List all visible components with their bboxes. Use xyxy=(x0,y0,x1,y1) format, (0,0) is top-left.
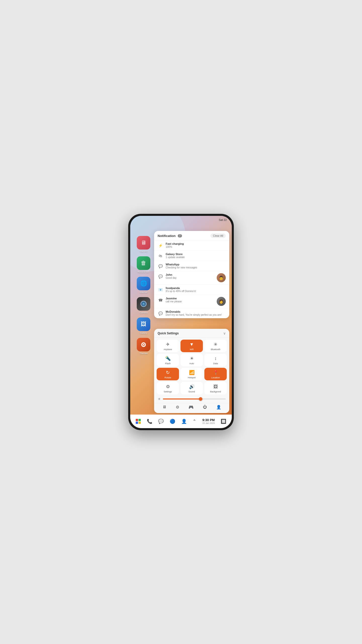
themee-label: Themee xyxy=(139,352,148,355)
qs-screenshot-icon[interactable]: 🖥 xyxy=(162,405,166,410)
time-block: 9:30 PM 15 Jan 2020 xyxy=(202,418,215,425)
notif-foodpanda-content: foodpanda It's up to 49% off Domino's! xyxy=(166,287,226,293)
qs-tile-wifi[interactable]: ▼ Wifi xyxy=(180,340,203,352)
mcdonalds-icon: 💬 xyxy=(158,311,163,316)
quick-settings-panel: Quick Settings ∨ ✈ Airplane ▼ Wifi ✳ Blu… xyxy=(154,329,229,413)
notif-jasmine-content: Jasmine call me please xyxy=(166,297,214,303)
internet-label: Internet xyxy=(140,291,148,294)
notification-item-charging[interactable]: ⚡ Fast charging 100% xyxy=(154,240,229,251)
notification-item-john[interactable]: 💬 John Good day 👨 xyxy=(154,271,229,285)
app-gallery[interactable]: 🖼 Gallery xyxy=(135,317,152,334)
rotate-icon: ↻ xyxy=(166,370,170,375)
notification-title: Notification xyxy=(158,234,176,238)
qs-tile-rotate[interactable]: ↻ Rotate xyxy=(157,368,179,380)
brightness-track[interactable] xyxy=(163,398,226,399)
qs-user-icon[interactable]: 👤 xyxy=(216,405,221,410)
notif-jasmine-msg: call me please xyxy=(166,300,214,303)
hotspot-label: Hotspot xyxy=(188,376,196,379)
screen-nav-icon[interactable]: 🔲 xyxy=(221,419,226,424)
whatsapp-icon: 💬 xyxy=(158,263,163,269)
qs-tile-flash[interactable]: 🔦 Flash xyxy=(157,354,179,366)
notif-charging-content: Fast charging 100% xyxy=(166,242,226,248)
bluetooth-label: Bluetooth xyxy=(211,348,220,351)
qs-games-icon[interactable]: 🎮 xyxy=(189,405,194,410)
john-avatar: 👨 xyxy=(217,273,226,282)
bluetooth-icon: ✳ xyxy=(214,342,217,347)
camera-label: Camera xyxy=(140,311,148,314)
background-label: Backgrond xyxy=(210,390,221,393)
notif-galaxy-app: Galaxy Store xyxy=(166,253,226,256)
qs-power-icon[interactable]: ⏻ xyxy=(203,405,207,410)
notif-mcdonalds-content: McDonalds Don't try so hard, You're simp… xyxy=(166,310,226,316)
notif-whatsapp-app: WhatsApp xyxy=(166,263,226,266)
foodpanda-icon: 📧 xyxy=(158,287,163,293)
notif-title-group: Notification 7 xyxy=(158,234,182,238)
wifi-icon: ▼ xyxy=(190,342,194,347)
notif-foodpanda-msg: It's up to 49% off Domino's! xyxy=(166,290,226,293)
brightness-row: ☀ xyxy=(154,395,229,402)
settings-icon: ⚙ xyxy=(166,384,170,389)
gallery-icon: 🖼 xyxy=(137,317,150,331)
ms-blue-square xyxy=(136,422,138,424)
ms-yellow-square xyxy=(139,422,141,424)
quick-settings-header: Quick Settings ∨ xyxy=(154,329,229,338)
find-nav-icon[interactable]: 🔵 xyxy=(170,419,175,424)
app-camera[interactable]: Camera xyxy=(135,297,152,314)
qs-tile-data[interactable]: ↕ Data xyxy=(204,354,227,366)
app-themee[interactable]: Themee xyxy=(135,338,152,355)
microsoft-icon[interactable] xyxy=(136,419,141,424)
up-arrow-icon[interactable]: ⌃ xyxy=(193,419,196,424)
location-icon: 📍 xyxy=(213,370,218,375)
jasmine-avatar: 👩 xyxy=(217,297,226,306)
brightness-thumb xyxy=(199,397,202,401)
themee-icon xyxy=(137,338,150,351)
clear-all-button[interactable]: Clear All xyxy=(210,233,226,238)
home-icons: 🖥 Thic PC 🗑 Recycle Bin 🌐 Internet xyxy=(135,236,152,355)
status-date: Sat 22 xyxy=(219,218,227,221)
rotate-label: Rotate xyxy=(164,376,171,379)
qs-tile-background[interactable]: 🖼 Backgrond xyxy=(204,382,227,394)
notif-john-app: John xyxy=(166,273,214,276)
messages-nav-icon[interactable]: 💬 xyxy=(158,419,164,424)
notif-mcdonalds-msg: Don't try so hard, You're simply perfect… xyxy=(166,313,226,316)
auto-icon: ☀ xyxy=(190,356,194,361)
phone-nav-icon[interactable]: 📞 xyxy=(147,419,152,424)
jasmine-icon: ☎ xyxy=(158,297,163,303)
quick-settings-grid: ✈ Airplane ▼ Wifi ✳ Bluetooth 🔦 Flash xyxy=(154,338,229,395)
airplane-label: Airplane xyxy=(164,348,172,351)
notif-galaxy-msg: 1 update availale xyxy=(166,256,226,259)
qs-tile-settings[interactable]: ⚙ Settings xyxy=(157,382,179,394)
notif-mcdonalds-app: McDonalds xyxy=(166,310,226,313)
phone-screen: Sat 22 🖥 Thic PC 🗑 Recycle Bin 🌐 Interne… xyxy=(130,216,232,428)
quick-settings-title: Quick Settings xyxy=(158,332,179,335)
app-thic-pc[interactable]: 🖥 Thic PC xyxy=(135,236,152,253)
status-bar: Sat 22 xyxy=(130,216,232,223)
ms-green-square xyxy=(139,419,141,421)
flash-icon: 🔦 xyxy=(165,356,171,361)
app-recycle-bin[interactable]: 🗑 Recycle Bin xyxy=(135,256,152,273)
app-internet[interactable]: 🌐 Internet xyxy=(135,277,152,294)
qs-tile-auto[interactable]: ☀ Auto xyxy=(180,354,203,366)
qs-tile-bluetooth[interactable]: ✳ Bluetooth xyxy=(204,340,227,352)
john-msg-icon: 💬 xyxy=(158,274,163,279)
thic-pc-icon: 🖥 xyxy=(137,236,150,250)
notification-item-mcdonalds[interactable]: 💬 McDonalds Don't try so hard, You're si… xyxy=(154,308,229,318)
quick-settings-chevron[interactable]: ∨ xyxy=(223,331,226,335)
qs-tile-sound[interactable]: 🔊 Sound xyxy=(180,382,203,394)
notification-item-galaxy[interactable]: 🛍 Galaxy Store 1 update availale xyxy=(154,251,229,261)
date-display: 15 Jan 2020 xyxy=(202,422,215,425)
sound-label: Sound xyxy=(188,390,195,393)
qs-tile-hotspot[interactable]: 📶 Hotspot xyxy=(180,368,203,380)
camera-icon xyxy=(137,297,150,311)
brightness-fill xyxy=(163,398,201,399)
contacts-nav-icon[interactable]: 👤 xyxy=(181,419,187,424)
notification-item-jasmine[interactable]: ☎ Jasmine call me please 👩 xyxy=(154,295,229,308)
notification-item-foodpanda[interactable]: 📧 foodpanda It's up to 49% off Domino's! xyxy=(154,285,229,295)
qs-gear-icon[interactable]: ⚙ xyxy=(176,405,179,410)
qs-tile-airplane[interactable]: ✈ Airplane xyxy=(157,340,179,352)
qs-tile-location[interactable]: 📍 Location xyxy=(204,368,227,380)
notif-jasmine-app: Jasmine xyxy=(166,297,214,300)
notification-item-whatsapp[interactable]: 💬 WhatsApp Checking for new messages xyxy=(154,261,229,271)
ms-red-square xyxy=(136,419,138,421)
location-label: Location xyxy=(211,376,220,379)
